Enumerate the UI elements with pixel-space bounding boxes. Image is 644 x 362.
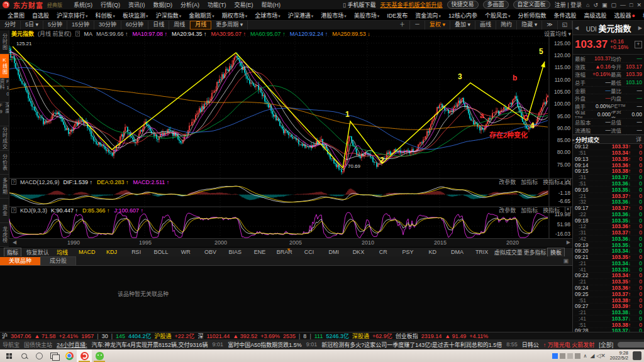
menu-item[interactable]: 资讯(I)	[128, 1, 145, 9]
ticker-item[interactable]: ↑ 万隆光电 火箭发射	[543, 341, 595, 349]
ticker-item[interactable]: 日韩公	[522, 341, 539, 349]
tray-icon[interactable]	[567, 353, 573, 359]
side-tab-分时成交[interactable]: 分时成交	[0, 126, 9, 150]
menu-item[interactable]: 交易(E)	[235, 1, 253, 9]
zoom-out-button[interactable]: －	[410, 21, 425, 30]
nav-item-选股器[interactable]: 选股器●	[610, 11, 638, 19]
ticker-item[interactable]: 9:01	[213, 341, 224, 348]
indicator-tab-恢复默认[interactable]: 恢复默认	[25, 248, 50, 256]
search-icon[interactable]	[16, 349, 31, 362]
period-15分钟[interactable]: 15分钟	[67, 21, 94, 30]
period-60分钟[interactable]: 60分钟	[121, 21, 148, 30]
panel-collapse-icon[interactable]: ▸	[572, 137, 575, 143]
indicator-tab-TRIX[interactable]: TRIX	[470, 249, 494, 255]
nav-item-12核心内参[interactable]: 12核心内参	[445, 11, 481, 19]
ticker-item[interactable]: 8:55	[506, 341, 518, 348]
simple-button[interactable]: 简约	[496, 21, 517, 30]
nav-item-自选股[interactable]: 自选股	[28, 11, 53, 19]
ticker-item[interactable]: [全部]	[599, 341, 613, 349]
indicator-link-加指标[interactable]: 加指标	[521, 207, 538, 214]
task-view-icon[interactable]	[47, 349, 62, 362]
ma-settings-link[interactable]: 设置均线 ▾	[544, 30, 571, 37]
fullscreen-button[interactable]: ◱	[558, 21, 573, 30]
nav-item-机构增仓[interactable]: 机构增仓	[639, 11, 644, 19]
close-icon[interactable]: ✕	[565, 207, 571, 214]
nav-item-全球市场[interactable]: 全球市场▾	[251, 11, 284, 19]
nav-item-资金流向[interactable]: 资金流向▾	[411, 11, 445, 19]
draw-button[interactable]: 画线	[475, 21, 496, 30]
indicator-tab-CCI[interactable]: CCI	[297, 249, 321, 255]
panel-maximize-icon[interactable]: ▣	[564, 258, 569, 264]
period-周线[interactable]: 周线	[169, 21, 190, 30]
nav-item-板块监测[interactable]: 板块监测▾	[119, 11, 152, 19]
indicator-tab-更多指标[interactable]: 更多指标	[523, 248, 547, 256]
ticker-item[interactable]: 导航宝	[3, 341, 19, 349]
side-tab-分时图[interactable]: 分时图	[0, 30, 9, 54]
nav-item-金融期货[interactable]: 金融期货▾	[185, 11, 218, 19]
period-30分钟[interactable]: 30分钟	[94, 21, 121, 30]
minimize-button[interactable]: —	[620, 2, 626, 8]
phone-download-link[interactable]: 手机版下载	[343, 1, 375, 9]
prev-instrument-icon[interactable]: ◀	[575, 25, 579, 31]
hide-button[interactable]: 隐藏 ▾	[517, 21, 542, 30]
side-tab-资金[interactable]: 资金	[0, 199, 9, 222]
zoom-in-button[interactable]: ＋	[395, 21, 410, 30]
taskbar-clock[interactable]: 9:282022/5/2	[610, 351, 628, 361]
indicator-tab-CR[interactable]: CR	[371, 249, 396, 255]
overlay-button[interactable]: 叠加 ▾	[450, 21, 475, 30]
side-tab-多周期[interactable]: 多周期	[0, 175, 9, 199]
side-tab-深度F9[interactable]: 深度F9	[0, 102, 9, 126]
menu-item[interactable]: 分析(A)	[180, 1, 199, 9]
nav-item-IDE发布[interactable]: IDE发布	[383, 11, 411, 19]
nav-item-分析师指数[interactable]: 分析师指数	[514, 11, 550, 19]
eastmoney-taskbar-icon[interactable]	[77, 349, 92, 362]
indicator-tab-WR[interactable]: WR	[174, 249, 198, 255]
maximize-button[interactable]: □	[630, 2, 633, 8]
indicator-tab-DMI[interactable]: DMI	[321, 249, 346, 255]
indicator-tab-OBV[interactable]: OBV	[198, 249, 223, 255]
next-instrument-icon[interactable]: ▶	[638, 25, 642, 31]
period-5日[interactable]: 5日 ▾	[21, 21, 43, 30]
indicator-tab-DMA[interactable]: DMA	[445, 249, 469, 255]
side-tab-分价表[interactable]: 分价表	[0, 151, 9, 175]
menu-item[interactable]: 帮助(H)	[262, 1, 281, 9]
indicator-link-换指标[interactable]: 换指标	[543, 178, 560, 185]
nav-item-沪深京排行[interactable]: 沪深京排行▾	[53, 11, 92, 19]
indicator-tab-BOLL[interactable]: BOLL	[148, 249, 173, 255]
nav-item-全景图[interactable]: 全景图	[4, 11, 28, 19]
tray-icon[interactable]	[575, 353, 580, 359]
chrome-icon[interactable]	[62, 349, 77, 362]
more-tools-button[interactable]: ≫	[542, 21, 557, 30]
cortana-icon[interactable]	[31, 349, 47, 362]
indicator-tab-MACD[interactable]: MACD	[75, 249, 99, 255]
wechat-icon[interactable]	[92, 349, 107, 362]
ticker-item[interactable]: 汽车:神龙汽车4月实现开票8152辆,交付9316辆	[92, 341, 208, 349]
nav-item-沪深港通[interactable]: 沪深港通▾	[284, 11, 318, 19]
help-icon[interactable]: ?	[75, 31, 80, 36]
refresh-icon[interactable]: ↺	[593, 2, 598, 8]
indicator-link-改参数[interactable]: 改参数	[499, 207, 516, 214]
menu-item[interactable]: 系统(S)	[74, 1, 92, 9]
side-tab-F10资料[interactable]: F10资料	[0, 79, 9, 102]
speaker-muted-icon[interactable]: ◁✕	[596, 353, 605, 359]
home-icon[interactable]: ⌂	[586, 2, 589, 8]
multiwindow-icon[interactable]: ▢	[611, 2, 617, 8]
indicator-tab-BRAR[interactable]: BRAR	[272, 249, 297, 255]
start-button[interactable]	[1, 349, 16, 362]
help-icon[interactable]: ?	[11, 179, 16, 185]
network-icon[interactable]: ◢	[590, 353, 594, 359]
side-tab-龙虎榜[interactable]: 龙虎榜	[0, 223, 9, 247]
custom-panel-button[interactable]: 自定义面板	[513, 1, 550, 9]
indicator-tab-ENE[interactable]: ENE	[247, 249, 272, 255]
switch-panel-button[interactable]: 换板	[547, 248, 565, 257]
multi-window-button[interactable]: 多画面	[483, 1, 509, 9]
nav-item-港股市场[interactable]: 港股市场▾	[317, 11, 350, 19]
ticker-search-pill[interactable]	[618, 342, 644, 348]
indicator-tab-KD[interactable]: KD	[420, 249, 445, 255]
help-icon[interactable]: ?	[11, 207, 16, 213]
period-月线[interactable]: 月线	[190, 21, 211, 30]
time-sales-detail-link[interactable]: 详	[636, 135, 641, 143]
ticker-item[interactable]: 新冠检测有多火?这家公司一季度赚了143亿!是过去十年利润总和的1.5倍	[321, 341, 502, 349]
news-ticker-bar[interactable]: 导航宝国债快主站24小时直播:汽车:神龙汽车4月实现开票8152辆,交付9316…	[0, 339, 644, 349]
indicator-tab-虚拟成交量[interactable]: 虚拟成交量	[494, 248, 523, 256]
